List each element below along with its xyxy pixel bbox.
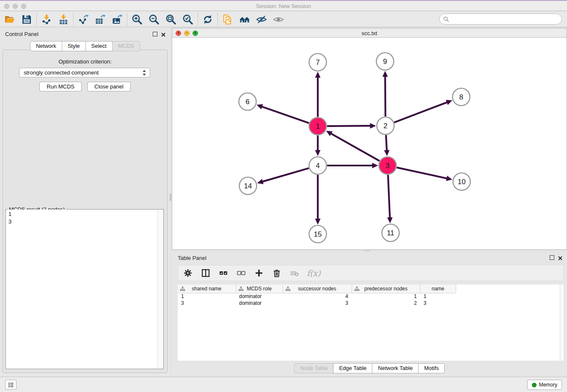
select-stepper-icon xyxy=(142,69,147,77)
table-row[interactable]: 3dominator323 xyxy=(178,300,456,306)
result-scrollbar[interactable] xyxy=(157,210,163,369)
column-header-predecessor-nodes[interactable]: predecessor nodes xyxy=(352,284,420,293)
network-title: scc.txt xyxy=(172,30,567,36)
memory-status-icon xyxy=(532,383,537,387)
memory-button[interactable]: Memory xyxy=(527,380,562,390)
clear-checkboxes-icon[interactable] xyxy=(236,268,247,279)
clone-network-icon[interactable] xyxy=(221,13,234,26)
edge-2-3[interactable] xyxy=(386,135,387,151)
table-panel: Table Panel f(x) shared nameMCDS rolesuc… xyxy=(172,252,567,376)
table-cell[interactable]: 2 xyxy=(352,300,420,306)
zoom-in-icon[interactable] xyxy=(131,13,143,26)
graph-node-label: 14 xyxy=(244,182,252,190)
horizontal-splitter-handle[interactable] xyxy=(364,249,370,251)
result-node-item[interactable]: 1 xyxy=(6,210,157,218)
add-column-icon[interactable] xyxy=(253,268,264,279)
zoom-out-icon[interactable] xyxy=(148,13,160,26)
export-table-icon[interactable] xyxy=(94,13,107,26)
edge-arrowhead xyxy=(370,123,376,129)
table-row[interactable]: 1dominator411 xyxy=(178,293,456,300)
tab-network[interactable]: Network xyxy=(30,41,62,51)
edge-arrowhead xyxy=(446,176,452,181)
graph-node-label: 3 xyxy=(385,162,389,170)
vertical-splitter-handle[interactable] xyxy=(170,194,171,201)
tab-edge-table[interactable]: Edge Table xyxy=(333,363,372,373)
graph-node-label: 1 xyxy=(316,122,319,130)
zoom-fit-icon[interactable] xyxy=(165,13,177,26)
edge-3-10[interactable] xyxy=(396,168,447,179)
edge-2-9[interactable] xyxy=(385,76,385,116)
export-network-icon[interactable] xyxy=(77,13,90,26)
table-cell[interactable]: dominator xyxy=(236,300,283,306)
import-table-icon[interactable] xyxy=(57,13,70,26)
tab-select[interactable]: Select xyxy=(85,41,113,51)
column-header-name[interactable]: name xyxy=(420,284,456,293)
task-history-button[interactable] xyxy=(5,380,17,389)
table-cell[interactable]: 1 xyxy=(420,293,456,300)
table-tabs: Node TableEdge TableNetwork TableMotifs xyxy=(172,363,567,373)
tab-style[interactable]: Style xyxy=(62,41,86,51)
show-all-icon[interactable] xyxy=(272,13,285,26)
table-cell[interactable]: 1 xyxy=(352,293,420,300)
float-table-panel-icon[interactable] xyxy=(550,255,554,260)
hierarchy-sort-icon xyxy=(238,286,244,292)
edge-4-14[interactable] xyxy=(262,168,309,182)
optimization-criterion-select[interactable]: strongly connected component xyxy=(19,68,150,77)
table-cell[interactable]: 3 xyxy=(283,300,352,306)
edge-1-6[interactable] xyxy=(261,106,309,123)
first-neighbors-icon[interactable] xyxy=(238,13,251,26)
table-panel-title: Table Panel xyxy=(178,255,206,261)
table-cell[interactable]: 3 xyxy=(420,300,456,306)
edge-arrowhead xyxy=(384,150,390,156)
edge-arrowhead xyxy=(257,179,264,184)
select-all-checkboxes-icon[interactable] xyxy=(218,268,229,279)
optimization-criterion-label: Optimization criterion: xyxy=(3,58,167,65)
column-layout-icon[interactable] xyxy=(200,268,211,279)
node-table: shared nameMCDS rolesuccessor nodesprede… xyxy=(178,284,564,361)
close-panel-icon[interactable] xyxy=(161,31,166,36)
edge-arrowhead xyxy=(256,104,263,109)
float-panel-icon[interactable] xyxy=(153,32,157,36)
tab-network-table[interactable]: Network Table xyxy=(372,363,418,373)
column-header-successor-nodes[interactable]: successor nodes xyxy=(283,284,352,293)
column-header-shared-name[interactable]: shared name xyxy=(178,284,236,293)
search-box[interactable] xyxy=(439,14,562,25)
edge-2-8[interactable] xyxy=(394,102,448,122)
tab-motifs[interactable]: Motifs xyxy=(418,363,445,373)
import-network-icon[interactable] xyxy=(40,13,53,26)
close-panel-button[interactable]: Close panel xyxy=(87,82,131,91)
table-cell[interactable]: 1 xyxy=(178,293,236,300)
network-canvas[interactable]: 1234678910111415 xyxy=(172,38,567,249)
tab-mcds[interactable]: MCDS xyxy=(112,41,140,51)
edge-1-2[interactable] xyxy=(327,126,371,126)
save-session-icon[interactable] xyxy=(20,13,33,26)
run-mcds-button[interactable]: Run MCDS xyxy=(39,82,82,91)
hide-selected-icon[interactable] xyxy=(255,13,268,26)
edge-arrowhead xyxy=(315,72,321,78)
control-panel: Control Panel NetworkStyleSelectMCDS Opt… xyxy=(0,28,170,376)
table-cell[interactable]: dominator xyxy=(236,293,283,300)
edge-3-1[interactable] xyxy=(330,133,380,161)
graph-node-label: 8 xyxy=(459,93,463,101)
search-input[interactable] xyxy=(449,15,561,23)
close-table-panel-icon[interactable] xyxy=(558,255,563,260)
graph-node-label: 4 xyxy=(316,162,319,170)
tab-node-table[interactable]: Node Table xyxy=(294,363,334,373)
zoom-selected-icon[interactable] xyxy=(182,13,194,26)
delete-column-icon[interactable] xyxy=(271,268,282,279)
table-panel-header: Table Panel xyxy=(172,252,567,263)
table-cell[interactable]: 4 xyxy=(283,293,352,300)
mcds-result-list[interactable]: 13 xyxy=(6,210,157,369)
edge-3-11[interactable] xyxy=(388,175,390,218)
result-node-item[interactable]: 3 xyxy=(6,218,157,226)
table-scrollbar[interactable] xyxy=(560,284,564,361)
refresh-layout-icon[interactable] xyxy=(201,13,214,26)
column-header-MCDS-role[interactable]: MCDS role xyxy=(236,284,283,293)
open-session-icon[interactable] xyxy=(3,13,16,26)
control-panel-title: Control Panel xyxy=(5,31,39,37)
settings-icon[interactable] xyxy=(182,268,193,279)
network-view-window: × – + scc.txt 1234678910111415 xyxy=(172,28,567,250)
table-cell[interactable]: 3 xyxy=(178,300,236,306)
network-graph[interactable]: 1234678910111415 xyxy=(172,38,567,249)
export-image-icon[interactable] xyxy=(111,13,124,26)
